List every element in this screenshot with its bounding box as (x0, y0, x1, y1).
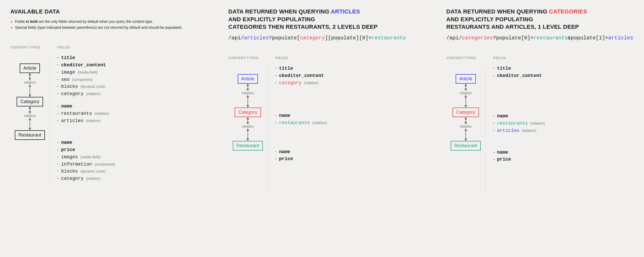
relation-arrow: relation (242, 84, 254, 108)
category-fields: name restaurants(relation) articles(rela… (493, 113, 644, 134)
field-type: (relation) (86, 91, 100, 97)
field-name: category (61, 175, 83, 182)
box-article: Article (20, 63, 40, 73)
field-name: name (61, 139, 72, 146)
arrow-icon (248, 84, 248, 91)
box-restaurant: Restaurant (233, 141, 263, 151)
relation-arrow: relation (242, 117, 254, 141)
fields-column: title ckeditor_content category(relation… (267, 65, 431, 195)
header-content-types: CONTENT-TYPES (228, 56, 267, 60)
diagram-header: CONTENT-TYPES FIELDS (228, 56, 431, 60)
arrow-icon (30, 73, 30, 80)
relation-label: relation (242, 91, 254, 95)
col3-diagram: Article relation Category relation Resta… (446, 65, 644, 195)
field-type: (relation) (530, 121, 545, 126)
arrow-icon (248, 128, 248, 141)
field-name: articles (61, 117, 83, 125)
content-types-column: Article relation Category relation Resta… (10, 54, 49, 184)
relation-label: relation (24, 80, 36, 84)
field-type: (dynamic zone) (80, 169, 105, 174)
relation-arrow: relation (24, 73, 36, 97)
field-type: (relation) (86, 176, 100, 182)
field-type: (relation) (312, 120, 327, 126)
field-name: blocks (61, 168, 78, 175)
arrow-icon (465, 84, 466, 91)
arrow-icon (30, 118, 30, 130)
col2-diagram: Article relation Category relation Resta… (228, 65, 431, 195)
restaurant-fields: name price images(media field) informati… (57, 139, 213, 182)
arrow-icon (30, 84, 30, 97)
box-article: Article (238, 74, 258, 84)
box-restaurant: Restaurant (451, 141, 481, 151)
col3-title: DATA RETURNED WHEN QUERYING CATEGORIES A… (446, 8, 644, 31)
field-type: (relation) (86, 118, 100, 124)
relation-label: relation (242, 124, 254, 128)
field-name: restaurants (497, 120, 528, 127)
field-name: blocks (61, 83, 78, 90)
restaurant-fields: name price (275, 148, 431, 163)
col1-title: AVAILABLE DATA (10, 8, 213, 16)
relation-arrow: relation (460, 84, 472, 108)
col3-api-url: /api/categories?populate[0]=restaurants&… (446, 35, 644, 41)
col1-description: Fields in bold are the only fields retur… (10, 19, 213, 30)
arrow-icon (465, 128, 466, 141)
field-name: name (497, 113, 508, 120)
box-restaurant: Restaurant (15, 130, 45, 140)
box-category: Category (453, 108, 479, 117)
field-name: title (279, 65, 293, 72)
diagram-header: CONTENT-TYPES FIELDS (446, 56, 644, 60)
column-query-categories: DATA RETURNED WHEN QUERYING CATEGORIES A… (446, 8, 644, 195)
header-fields: FIELDS (49, 45, 213, 49)
content-types-column: Article relation Category relation Resta… (228, 65, 267, 195)
field-name: ckeditor_content (497, 72, 542, 80)
field-name: name (279, 148, 290, 156)
relation-label: relation (460, 124, 472, 128)
article-fields: title ckeditor_content category(relation… (275, 65, 431, 87)
field-type: (dynamic zone) (80, 84, 105, 90)
relation-arrow: relation (460, 117, 472, 141)
col2-title: DATA RETURNED WHEN QUERYING ARTICLES AND… (228, 8, 431, 31)
category-fields: name restaurants(relation) articles(rela… (57, 103, 213, 125)
arrow-icon (248, 95, 248, 108)
col1-diagram: Article relation Category relation Resta… (10, 54, 213, 184)
col2-api-url: /api/articles?populate[category][populat… (228, 35, 431, 41)
restaurant-fields: name price (493, 149, 644, 163)
field-name: information (61, 161, 92, 168)
field-name: name (61, 103, 72, 110)
field-name: articles (497, 127, 519, 134)
field-name: price (497, 156, 511, 163)
column-query-articles: DATA RETURNED WHEN QUERYING ARTICLES AND… (228, 8, 431, 195)
desc-text: Special fields (type indicated between p… (15, 25, 182, 30)
header-content-types: CONTENT-TYPES (10, 45, 49, 49)
field-name: name (279, 112, 290, 119)
arrow-icon (248, 117, 248, 124)
arrow-icon (465, 117, 466, 124)
field-type: (media field) (80, 154, 100, 160)
field-name: price (279, 155, 293, 163)
category-fields: name restaurants(relation) (275, 112, 431, 127)
field-name: title (497, 65, 511, 72)
article-fields: title ckeditor_content (493, 65, 644, 80)
box-category: Category (17, 97, 43, 106)
field-name: ckeditor_content (279, 72, 324, 80)
header-fields: FIELDS (267, 56, 431, 60)
field-name: title (61, 54, 75, 62)
box-article: Article (456, 74, 476, 84)
content-types-column: Article relation Category relation Resta… (446, 65, 485, 195)
desc-text: Fields in bold are the only fields retur… (15, 19, 153, 24)
relation-label: relation (460, 91, 472, 95)
column-available-data: AVAILABLE DATA Fields in bold are the on… (10, 8, 213, 195)
field-name: ckeditor_content (61, 62, 106, 69)
field-name: image (61, 69, 75, 76)
field-type: (component) (72, 77, 93, 83)
arrow-icon (30, 106, 30, 114)
arrow-icon (465, 95, 466, 108)
relation-arrow: relation (24, 106, 36, 130)
relation-label: relation (24, 114, 36, 118)
field-type: (relation) (304, 80, 318, 86)
field-name: price (61, 146, 75, 154)
field-type: (media field) (78, 70, 98, 75)
field-name: restaurants (279, 119, 310, 127)
field-name: restaurants (61, 110, 92, 117)
field-name: images (61, 154, 78, 161)
